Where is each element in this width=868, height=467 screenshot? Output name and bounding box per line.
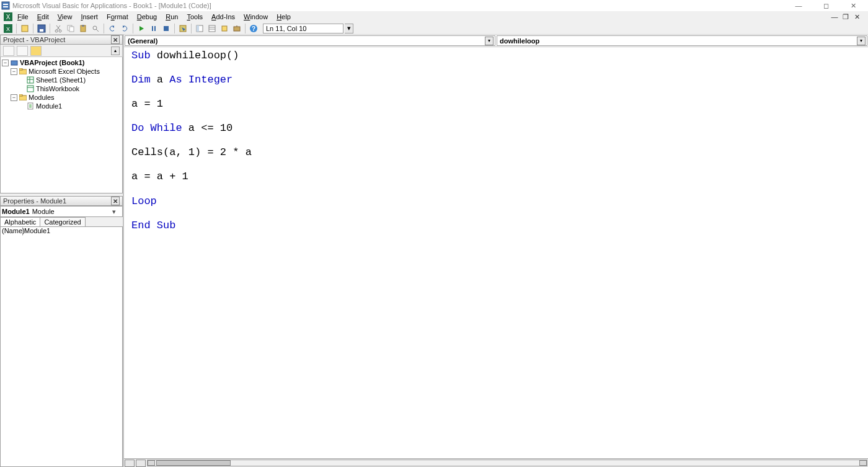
svg-text:X: X — [6, 26, 10, 32]
workspace: Project - VBAProject ✕ ▴ − VBAProject (B… — [0, 35, 868, 467]
scroll-right-button[interactable] — [859, 460, 867, 466]
project-panel-close[interactable]: ✕ — [111, 35, 120, 44]
chevron-down-icon[interactable]: ▾ — [112, 208, 121, 216]
properties-panel: Properties - Module1 ✕ Module1 Module ▾ … — [0, 196, 123, 467]
project-tree[interactable]: − VBAProject (Book1) − Microsoft Excel O… — [0, 57, 123, 193]
svg-rect-23 — [152, 26, 153, 31]
tree-excel-objects[interactable]: − Microsoft Excel Objects — [2, 67, 121, 76]
menu-view[interactable]: View — [54, 12, 76, 21]
property-name: (Name) — [1, 227, 23, 236]
maximize-button[interactable]: ◻ — [812, 0, 839, 11]
chevron-down-icon[interactable]: ▾ — [857, 37, 866, 45]
menu-run[interactable]: Run — [162, 12, 182, 21]
folder-icon — [19, 68, 27, 75]
folder-icon — [19, 94, 27, 101]
view-code-button[interactable] — [3, 46, 14, 56]
code-editor[interactable]: Sub dowhileloop() Dim a As Integer a = 1… — [124, 47, 868, 458]
svg-line-19 — [96, 29, 99, 32]
find-button[interactable] — [90, 23, 101, 34]
mdi-minimize[interactable]: — — [830, 12, 839, 21]
project-icon — [10, 59, 19, 66]
view-object-button[interactable] — [17, 46, 28, 56]
scroll-thumb[interactable] — [156, 460, 231, 466]
app-icon — [1, 1, 10, 10]
menu-window[interactable]: Window — [240, 12, 272, 21]
tab-categorized[interactable]: Categorized — [40, 217, 85, 226]
svg-rect-15 — [69, 27, 74, 32]
project-panel-title: Project - VBAProject — [3, 36, 65, 43]
properties-panel-close[interactable]: ✕ — [111, 197, 120, 205]
code-bottom-bar — [124, 458, 868, 467]
line-column-indicator: Ln 11, Col 10 — [263, 24, 343, 33]
svg-marker-22 — [140, 26, 144, 31]
tree-module1[interactable]: Module1 — [2, 102, 121, 110]
svg-rect-9 — [40, 29, 43, 32]
minimize-button[interactable]: — — [785, 0, 812, 11]
svg-rect-44 — [27, 86, 33, 92]
svg-rect-1 — [3, 4, 8, 5]
break-button[interactable] — [148, 23, 159, 34]
tree-thisworkbook[interactable]: ThisWorkbook — [2, 84, 121, 93]
properties-grid[interactable]: (Name) Module1 — [0, 226, 123, 467]
toolbox-button[interactable] — [231, 23, 242, 34]
copy-button[interactable] — [65, 23, 76, 34]
collapse-icon[interactable]: − — [11, 68, 17, 75]
save-button[interactable] — [36, 23, 47, 34]
procedure-view-button[interactable] — [125, 460, 135, 467]
menu-help[interactable]: Help — [273, 12, 294, 21]
object-dropdown[interactable]: (General) ▾ — [125, 35, 495, 46]
collapse-icon[interactable]: − — [2, 60, 9, 66]
tab-alphabetic[interactable]: Alphabetic — [0, 217, 40, 226]
chevron-down-icon[interactable]: ▾ — [485, 37, 494, 45]
svg-rect-24 — [154, 26, 156, 31]
tree-root[interactable]: − VBAProject (Book1) — [2, 58, 121, 67]
menu-insert[interactable]: Insert — [77, 12, 102, 21]
run-button[interactable] — [136, 23, 147, 34]
menu-debug[interactable]: Debug — [133, 12, 161, 21]
title-bar: Microsoft Visual Basic for Applications … — [0, 0, 868, 11]
project-explorer-button[interactable] — [194, 23, 205, 34]
mdi-restore[interactable]: ❐ — [841, 12, 851, 21]
code-pane: (General) ▾ dowhileloop ▾ Sub dowhileloo… — [123, 35, 868, 467]
horizontal-scrollbar[interactable] — [147, 460, 867, 466]
design-mode-button[interactable] — [177, 23, 188, 34]
view-excel-button[interactable]: X — [2, 23, 14, 34]
close-button[interactable]: ✕ — [839, 0, 867, 11]
tree-sheet1[interactable]: Sheet1 (Sheet1) — [2, 76, 121, 84]
properties-panel-title: Properties - Module1 — [3, 197, 66, 205]
insert-item-button[interactable] — [19, 23, 30, 34]
toggle-folders-button[interactable] — [30, 46, 42, 56]
menu-tools[interactable]: Tools — [183, 12, 206, 21]
project-scroll-up[interactable]: ▴ — [111, 47, 120, 55]
line-column-dropdown[interactable]: ▾ — [345, 24, 353, 33]
object-browser-button[interactable] — [219, 23, 230, 34]
property-row[interactable]: (Name) Module1 — [1, 227, 122, 236]
menu-edit[interactable]: Edit — [33, 12, 53, 21]
excel-icon: X — [4, 12, 12, 21]
svg-rect-30 — [209, 25, 215, 32]
full-module-view-button[interactable] — [136, 460, 146, 467]
help-button[interactable]: ? — [248, 23, 259, 34]
undo-button[interactable] — [107, 23, 118, 34]
menu-file[interactable]: File — [14, 12, 32, 21]
properties-object-selector[interactable]: Module1 Module ▾ — [0, 206, 123, 217]
cut-button[interactable] — [53, 23, 64, 34]
scroll-left-button[interactable] — [148, 460, 155, 466]
paste-button[interactable] — [78, 23, 89, 34]
workbook-icon — [26, 85, 35, 92]
menu-addins[interactable]: Add-Ins — [208, 12, 239, 21]
redo-button[interactable] — [119, 23, 130, 34]
menu-format[interactable]: Format — [103, 12, 132, 21]
svg-rect-40 — [19, 68, 22, 70]
collapse-icon[interactable]: − — [11, 94, 17, 101]
properties-tabs: Alphabetic Categorized — [0, 217, 123, 226]
module-icon — [26, 102, 35, 110]
property-value[interactable]: Module1 — [23, 227, 122, 236]
tree-modules[interactable]: − Modules — [2, 93, 121, 102]
svg-rect-2 — [3, 6, 8, 7]
svg-rect-25 — [164, 26, 169, 31]
mdi-close[interactable]: ✕ — [852, 12, 862, 21]
procedure-dropdown[interactable]: dowhileloop ▾ — [497, 35, 867, 46]
reset-button[interactable] — [161, 23, 172, 34]
properties-window-button[interactable] — [206, 23, 218, 34]
